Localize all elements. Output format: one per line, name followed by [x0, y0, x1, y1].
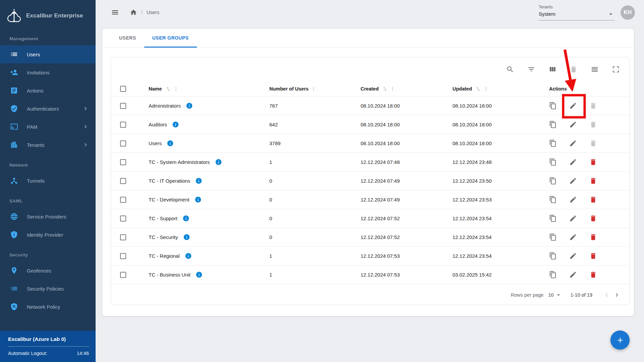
sidebar-item-invitations[interactable]: Invitations: [0, 63, 96, 81]
edit-button[interactable]: [569, 177, 577, 185]
delete-button[interactable]: [589, 196, 597, 203]
group-created: 12.12.2024 07:48: [347, 159, 439, 165]
delete-button[interactable]: [589, 252, 597, 260]
toolbar-fullscreen-button[interactable]: [610, 63, 622, 75]
duplicate-button[interactable]: [549, 177, 557, 185]
info-icon[interactable]: [196, 271, 203, 278]
select-all-checkbox[interactable]: [120, 86, 126, 92]
edit-button[interactable]: [569, 121, 577, 128]
column-header-actions: Actions: [533, 86, 629, 92]
edit-icon: [569, 121, 577, 128]
sidebar-item-label: Network Policy: [27, 304, 60, 310]
column-menu-icon[interactable]: [483, 86, 489, 92]
row-checkbox[interactable]: [120, 234, 126, 240]
tab-user-groups[interactable]: USER GROUPS: [144, 29, 197, 48]
column-menu-icon[interactable]: [173, 86, 179, 92]
group-users-count: 0: [256, 178, 347, 184]
next-page-button[interactable]: [612, 290, 622, 300]
column-menu-icon[interactable]: [311, 86, 316, 92]
group-users-count: 1: [256, 272, 347, 278]
delete-button[interactable]: [589, 121, 597, 128]
sidebar-item-actions[interactable]: Actions: [0, 81, 96, 100]
info-icon[interactable]: [185, 252, 192, 259]
home-icon[interactable]: [130, 9, 137, 16]
duplicate-button[interactable]: [549, 196, 557, 203]
duplicate-button[interactable]: [549, 252, 557, 260]
edit-button[interactable]: [569, 271, 577, 279]
sidebar-item-security-policies[interactable]: Security Policies: [0, 280, 96, 298]
edit-button[interactable]: [569, 215, 577, 222]
sidebar-item-pam[interactable]: PAM: [0, 118, 96, 136]
info-icon[interactable]: [167, 140, 174, 147]
sidebar-item-tenants[interactable]: Tenants: [0, 136, 96, 154]
info-icon[interactable]: [172, 121, 179, 128]
column-menu-icon[interactable]: [390, 86, 395, 92]
sidebar-item-authenticators[interactable]: Authenticators: [0, 100, 96, 118]
duplicate-button[interactable]: [549, 215, 557, 222]
add-user-group-button[interactable]: [610, 330, 630, 350]
duplicate-button[interactable]: [549, 271, 557, 279]
edit-button[interactable]: [569, 252, 577, 260]
fullscreen-icon: [612, 65, 620, 73]
info-icon[interactable]: [183, 234, 190, 241]
info-icon[interactable]: [195, 196, 202, 203]
info-icon[interactable]: [215, 159, 222, 166]
row-checkbox[interactable]: [120, 272, 126, 278]
row-checkbox[interactable]: [120, 159, 126, 165]
tab-users[interactable]: USERS: [111, 29, 144, 48]
sidebar-item-geofences[interactable]: Geofences: [0, 261, 96, 280]
delete-button[interactable]: [589, 177, 597, 185]
rows-per-page-select[interactable]: 10: [548, 292, 562, 298]
row-checkbox[interactable]: [120, 103, 126, 109]
edit-button[interactable]: [569, 158, 577, 166]
tenant-select[interactable]: Tenants System: [539, 5, 614, 20]
toolbar-trash-button[interactable]: [568, 63, 580, 75]
info-icon[interactable]: [195, 177, 202, 184]
delete-button[interactable]: [589, 215, 597, 222]
duplicate-button[interactable]: [549, 121, 557, 128]
edit-button[interactable]: [569, 139, 577, 147]
delete-button[interactable]: [589, 102, 597, 110]
group-users-count: 1: [256, 159, 347, 165]
row-checkbox[interactable]: [120, 253, 126, 259]
delete-button[interactable]: [589, 158, 597, 166]
duplicate-button[interactable]: [549, 139, 557, 147]
row-checkbox[interactable]: [120, 122, 126, 128]
sort-icon[interactable]: [475, 86, 481, 92]
sort-icon[interactable]: [165, 86, 171, 92]
sidebar-item-identity-provider[interactable]: Identity Provider: [0, 226, 96, 244]
toolbar-search-button[interactable]: [504, 63, 516, 75]
edit-button[interactable]: [569, 196, 577, 203]
trash-icon: [570, 65, 578, 73]
toolbar-columns-button[interactable]: [546, 63, 558, 75]
sort-icon[interactable]: [382, 86, 388, 92]
info-icon[interactable]: [186, 102, 193, 109]
info-icon[interactable]: [182, 215, 190, 222]
row-checkbox[interactable]: [120, 178, 126, 184]
hamburger-icon: [111, 8, 119, 16]
row-checkbox[interactable]: [120, 197, 126, 203]
delete-button[interactable]: [589, 271, 597, 279]
delete-button[interactable]: [589, 233, 597, 241]
edit-button[interactable]: [569, 102, 577, 110]
previous-page-button[interactable]: [602, 290, 612, 300]
delete-button[interactable]: [589, 139, 597, 147]
group-users-count: 1: [256, 253, 347, 259]
sidebar-item-users[interactable]: Users: [0, 45, 96, 63]
sidebar-item-tunnels[interactable]: Tunnels: [0, 172, 96, 190]
duplicate-button[interactable]: [549, 102, 557, 110]
copy-icon: [549, 121, 557, 128]
duplicate-button[interactable]: [549, 233, 557, 241]
sidebar-item-service-providers[interactable]: Service Providers: [0, 207, 96, 226]
plus-icon: [616, 336, 625, 345]
row-checkbox[interactable]: [120, 216, 126, 222]
row-checkbox[interactable]: [120, 140, 126, 146]
duplicate-button[interactable]: [549, 158, 557, 166]
density-icon: [591, 65, 599, 73]
toolbar-density-button[interactable]: [589, 63, 601, 75]
toolbar-filter-button[interactable]: [525, 63, 537, 75]
edit-button[interactable]: [569, 233, 577, 241]
avatar[interactable]: KH: [621, 5, 635, 20]
sidebar-item-network-policy[interactable]: Network Policy: [0, 298, 96, 316]
menu-toggle-button[interactable]: [109, 6, 121, 18]
